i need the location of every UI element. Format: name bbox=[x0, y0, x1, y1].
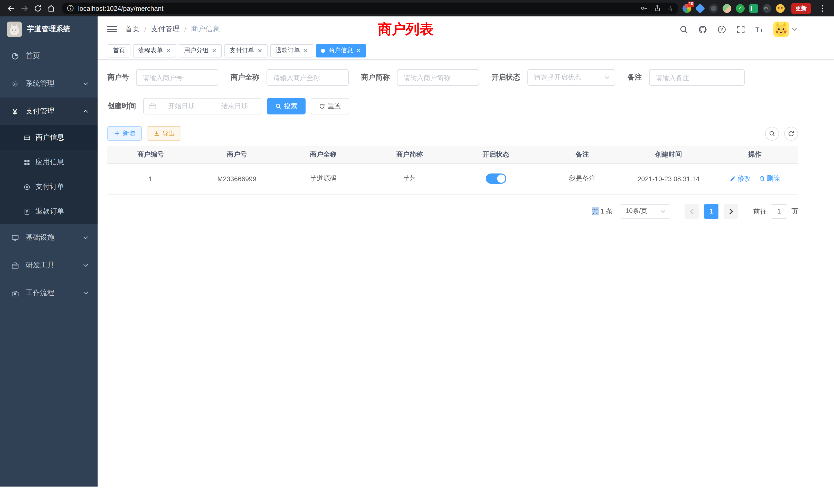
extension-icon[interactable] bbox=[776, 4, 785, 13]
tab-pay-order[interactable]: 支付订单✕ bbox=[224, 44, 267, 57]
filter-row-1: 商户号 商户全称 商户简称 开启状态 请选择开启状态 bbox=[107, 69, 798, 86]
breadcrumb-home[interactable]: 首页 bbox=[125, 25, 140, 34]
create-time-range-picker[interactable]: 开始日期 - 结束日期 bbox=[143, 98, 261, 114]
extension-icon[interactable] bbox=[695, 3, 705, 13]
site-info-icon[interactable] bbox=[67, 5, 74, 12]
next-page-button[interactable] bbox=[724, 204, 738, 219]
fullscreen-icon[interactable] bbox=[736, 24, 746, 35]
extension-icon[interactable] bbox=[763, 4, 771, 13]
tab-process-form[interactable]: 流程表单✕ bbox=[133, 44, 176, 57]
close-icon[interactable]: ✕ bbox=[257, 47, 262, 54]
tab-refund-order[interactable]: 退款订单✕ bbox=[270, 44, 313, 57]
bookmark-star-icon[interactable]: ☆ bbox=[667, 4, 673, 12]
col-header-create-time: 创建时间 bbox=[626, 146, 712, 163]
back-button[interactable] bbox=[4, 2, 18, 15]
remark-input[interactable] bbox=[649, 69, 745, 86]
page-size-value: 10条/页 bbox=[626, 207, 657, 215]
sidebar-item-app-info[interactable]: 应用信息 bbox=[0, 150, 97, 175]
sidebar-item-label: 支付订单 bbox=[36, 182, 64, 191]
export-button[interactable]: 导出 bbox=[147, 126, 181, 141]
refresh-button[interactable] bbox=[784, 127, 798, 140]
extension-icon[interactable] bbox=[736, 4, 745, 13]
yen-icon: ¥ bbox=[10, 107, 20, 116]
hamburger-icon[interactable] bbox=[107, 24, 117, 35]
app-logo[interactable]: 芋道管理系统 bbox=[0, 17, 97, 42]
font-size-icon[interactable]: TT bbox=[754, 24, 765, 35]
trash-icon bbox=[759, 176, 765, 182]
tab-label: 支付订单 bbox=[229, 46, 254, 55]
extension-icon[interactable] bbox=[709, 4, 718, 13]
merchant-short-input[interactable] bbox=[397, 69, 479, 86]
active-dot bbox=[321, 48, 325, 53]
grid-icon bbox=[23, 159, 31, 165]
sidebar-item-pay-order[interactable]: 支付订单 bbox=[0, 175, 97, 199]
dashboard-icon bbox=[10, 52, 20, 60]
prev-page-button[interactable] bbox=[684, 204, 699, 219]
sidebar-item-payment[interactable]: ¥ 支付管理 bbox=[0, 97, 97, 125]
status-select[interactable]: 请选择开启状态 bbox=[527, 69, 615, 86]
merchant-name-input[interactable] bbox=[266, 69, 349, 86]
extension-icon[interactable] bbox=[723, 4, 731, 13]
tab-label: 流程表单 bbox=[138, 46, 163, 55]
password-key-icon[interactable] bbox=[641, 5, 648, 12]
page-number-button[interactable]: 1 bbox=[704, 204, 719, 219]
reload-button[interactable] bbox=[31, 2, 44, 15]
close-icon[interactable]: ✕ bbox=[356, 47, 361, 54]
breadcrumb-payment[interactable]: 支付管理 bbox=[151, 25, 180, 34]
user-menu[interactable] bbox=[773, 22, 797, 37]
extension-icon[interactable]: 10 bbox=[682, 4, 691, 13]
status-toggle[interactable] bbox=[486, 174, 506, 184]
home-button[interactable] bbox=[44, 2, 58, 15]
close-icon[interactable]: ✕ bbox=[303, 47, 308, 54]
search-button[interactable]: 搜索 bbox=[267, 98, 306, 114]
address-bar[interactable]: localhost:1024/pay/merchant ☆ bbox=[62, 2, 678, 14]
github-icon[interactable] bbox=[697, 24, 708, 35]
merchant-no-input[interactable] bbox=[136, 69, 218, 86]
sidebar-item-system[interactable]: 系统管理 bbox=[0, 70, 97, 97]
edit-link[interactable]: 修改 bbox=[730, 174, 751, 183]
search-icon[interactable] bbox=[678, 24, 689, 35]
cell-create-time: 2021-10-23 08:31:14 bbox=[626, 163, 712, 194]
forward-button[interactable] bbox=[18, 2, 31, 15]
cell-full-name: 芋道源码 bbox=[280, 163, 367, 194]
sidebar-item-workflow[interactable]: 工作流程 bbox=[0, 279, 97, 307]
extension-icon[interactable] bbox=[749, 4, 758, 13]
reset-button[interactable]: 重置 bbox=[311, 98, 349, 114]
breadcrumb-separator: / bbox=[144, 25, 146, 33]
close-icon[interactable]: ✕ bbox=[166, 47, 171, 54]
tab-merchant-info[interactable]: 商户信息✕ bbox=[316, 44, 367, 57]
url-text: localhost:1024/pay/merchant bbox=[78, 4, 635, 12]
sidebar-item-infrastructure[interactable]: 基础设施 bbox=[0, 224, 97, 251]
cell-remark: 我是备注 bbox=[539, 163, 625, 194]
sidebar-item-dev-tools[interactable]: 研发工具 bbox=[0, 251, 97, 279]
add-button[interactable]: 新增 bbox=[107, 126, 142, 141]
navbar: 首页 / 支付管理 / 商户信息 商户列表 ? bbox=[97, 17, 834, 42]
tab-user-group[interactable]: 用户分组✕ bbox=[179, 44, 222, 57]
hide-search-button[interactable] bbox=[765, 127, 779, 140]
help-icon[interactable]: ? bbox=[717, 24, 727, 35]
goto-page-input[interactable] bbox=[771, 204, 787, 219]
sidebar-item-refund-order[interactable]: 退款订单 bbox=[0, 199, 97, 224]
browser-menu-icon[interactable] bbox=[815, 2, 829, 15]
cell-merchant-no: M233666999 bbox=[194, 163, 280, 194]
page-size-select[interactable]: 10条/页 bbox=[620, 204, 670, 219]
date-end-placeholder: 结束日期 bbox=[213, 101, 256, 111]
browser-update-button[interactable]: 更新 bbox=[791, 3, 811, 14]
sidebar-item-merchant-info[interactable]: 商户信息 bbox=[0, 125, 97, 150]
col-header-actions: 操作 bbox=[712, 146, 798, 163]
close-icon[interactable]: ✕ bbox=[212, 47, 217, 54]
edit-label: 修改 bbox=[738, 174, 751, 183]
table-row: 1 M233666999 芋道源码 芋艿 我是备注 2021-10-23 08:… bbox=[107, 163, 798, 194]
delete-link[interactable]: 删除 bbox=[759, 174, 780, 183]
pagination: 共 1 条 10条/页 1 前往 bbox=[107, 204, 798, 219]
tab-home[interactable]: 首页 bbox=[108, 44, 130, 57]
sidebar-item-label: 支付管理 bbox=[26, 107, 54, 116]
cell-status bbox=[453, 163, 539, 194]
calendar-icon bbox=[149, 102, 156, 110]
search-icon bbox=[275, 103, 281, 109]
svg-text:?: ? bbox=[720, 27, 723, 32]
toolbox-icon bbox=[10, 261, 20, 269]
sidebar-item-home[interactable]: 首页 bbox=[0, 42, 97, 70]
share-icon[interactable] bbox=[654, 5, 661, 12]
tab-label: 用户分组 bbox=[184, 46, 208, 55]
